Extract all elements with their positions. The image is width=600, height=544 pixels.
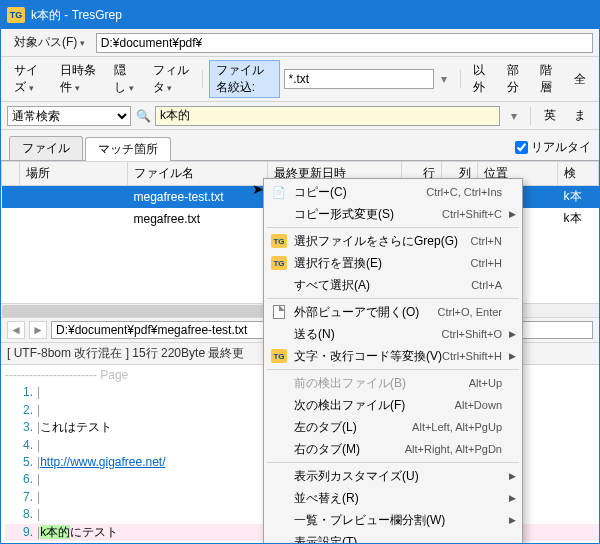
col-fname[interactable]: ファイル名 <box>128 162 268 186</box>
cursor-icon: ➤ <box>252 181 264 197</box>
more-button[interactable]: ま <box>567 105 593 126</box>
tab-file[interactable]: ファイル <box>9 136 83 160</box>
realtime-label: リアルタイ <box>531 139 591 156</box>
search-mode-select[interactable]: 通常検索 <box>7 106 131 126</box>
titlebar: TG k本的 - TresGrep <box>1 1 599 29</box>
search-term-input[interactable] <box>155 106 500 126</box>
menu-sort[interactable]: 並べ替え(R)▶ <box>266 487 520 509</box>
path-label[interactable]: 対象パス(F) <box>7 32 92 53</box>
search-term-dropdown[interactable]: ▾ <box>504 107 524 125</box>
except-button[interactable]: 以外 <box>466 60 496 98</box>
separator <box>530 107 531 125</box>
hidden-filter[interactable]: 隠し <box>107 60 142 98</box>
cell-det: k本 <box>558 186 599 208</box>
menu-open-external[interactable]: 外部ビューアで開く(O)Ctrl+O, Enter <box>266 301 520 323</box>
path-input[interactable] <box>96 33 593 53</box>
menu-replace[interactable]: TG 選択行を置換(E)Ctrl+H <box>266 252 520 274</box>
next-file-button[interactable]: ► <box>29 321 47 339</box>
url-link[interactable]: http://www.gigafree.net/ <box>40 455 165 469</box>
app-icon: TG <box>270 255 288 271</box>
eng-button[interactable]: 英 <box>537 105 563 126</box>
menu-send-to[interactable]: 送る(N)Ctrl+Shift+O▶ <box>266 323 520 345</box>
col-place[interactable]: 場所 <box>20 162 128 186</box>
menu-display-settings[interactable]: 表示設定(T) <box>266 531 520 544</box>
copy-icon: 📄 <box>270 184 288 200</box>
menu-copy[interactable]: 📄 コピー(C)Ctrl+C, Ctrl+Ins <box>266 181 520 203</box>
layer-button[interactable]: 階層 <box>533 60 563 98</box>
app-icon: TG <box>270 348 288 364</box>
partial-button[interactable]: 部分 <box>500 60 530 98</box>
app-icon: TG <box>270 233 288 249</box>
pattern-dropdown[interactable]: ▾ <box>434 70 454 88</box>
result-tabstrip: ファイル マッチ箇所 リアルタイ <box>1 130 599 161</box>
pattern-input[interactable] <box>284 69 434 89</box>
menu-char-convert[interactable]: TG 文字・改行コード等変換(V)Ctrl+Shift+H▶ <box>266 345 520 367</box>
realtime-checkbox[interactable]: リアルタイ <box>515 139 591 160</box>
menu-copy-format[interactable]: コピー形式変更(S)Ctrl+Shift+C▶ <box>266 203 520 225</box>
separator <box>460 70 461 88</box>
col-det[interactable]: 検 <box>558 162 599 186</box>
all-button[interactable]: 全 <box>567 69 593 90</box>
toolbar-path: 対象パス(F) <box>1 29 599 57</box>
toolbar-search: 通常検索 🔍 ▾ 英 ま <box>1 102 599 130</box>
cell-fname: megafree.txt <box>128 208 268 230</box>
menu-column-customize[interactable]: 表示列カスタマイズ(U)▶ <box>266 465 520 487</box>
toolbar-filters: サイズ 日時条件 隠し フィルタ ファイル名絞込: ▾ 以外 部分 階層 全 <box>1 57 599 102</box>
date-filter[interactable]: 日時条件 <box>53 60 103 98</box>
realtime-check-input[interactable] <box>515 141 528 154</box>
prev-file-button[interactable]: ◄ <box>7 321 25 339</box>
menu-grep-again[interactable]: TG 選択ファイルをさらにGrep(G)Ctrl+N <box>266 230 520 252</box>
context-menu: ➤ 📄 コピー(C)Ctrl+C, Ctrl+Ins コピー形式変更(S)Ctr… <box>263 178 523 544</box>
menu-right-tab[interactable]: 右のタブ(M)Alt+Right, Alt+PgDn <box>266 438 520 460</box>
menu-next-file[interactable]: 次の検出ファイル(F)Alt+Down <box>266 394 520 416</box>
menu-split-view[interactable]: 一覧・プレビュー欄分割(W)▶ <box>266 509 520 531</box>
separator <box>202 70 203 88</box>
filter-filter[interactable]: フィルタ <box>146 60 196 98</box>
document-icon <box>270 304 288 320</box>
menu-left-tab[interactable]: 左のタブ(L)Alt+Left, Alt+PgUp <box>266 416 520 438</box>
cell-det: k本 <box>558 208 599 230</box>
tab-match[interactable]: マッチ箇所 <box>85 137 171 161</box>
match-highlight: k本的 <box>40 525 70 539</box>
search-icon: 🔍 <box>135 108 151 124</box>
app-icon: TG <box>7 7 25 23</box>
col-icon[interactable] <box>2 162 20 186</box>
cell-fname: megafree-test.txt <box>128 186 268 208</box>
menu-prev-file: 前の検出ファイル(B)Alt+Up <box>266 372 520 394</box>
window-title: k本的 - TresGrep <box>31 7 122 24</box>
filename-narrow-button[interactable]: ファイル名絞込: <box>209 60 280 98</box>
menu-select-all[interactable]: すべて選択(A)Ctrl+A <box>266 274 520 296</box>
size-filter[interactable]: サイズ <box>7 60 49 98</box>
